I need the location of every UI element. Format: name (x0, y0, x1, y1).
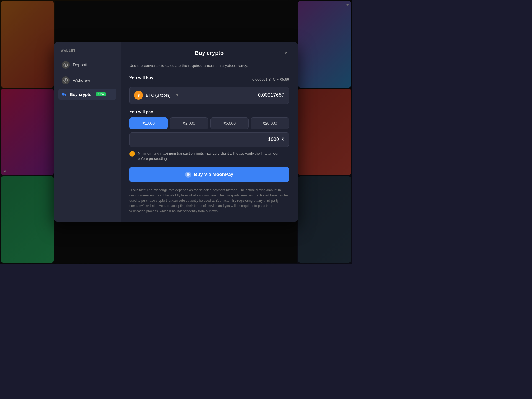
warning-text: Minimum and maximum transaction limits m… (138, 151, 289, 162)
sidebar-item-buy-crypto[interactable]: Buy crypto NEW (58, 89, 116, 100)
amount-btn-5000[interactable]: ₹5,000 (210, 117, 249, 129)
modal-subtitle: Use the converter to calculate the requi… (129, 63, 289, 69)
chevron-down-icon: ▼ (175, 93, 179, 97)
crypto-amount: 0.00017657 (183, 88, 289, 102)
buy-section-header: You will buy 0.000001 BTC ~ ₹5.66 (129, 75, 289, 83)
amount-btn-20000[interactable]: ₹20,000 (251, 117, 289, 129)
buy-crypto-label: Buy crypto (70, 92, 91, 97)
modal-header: Buy crypto × (129, 50, 289, 56)
close-button[interactable]: × (283, 49, 289, 57)
crypto-selector[interactable]: ₿ BTC (Bitcoin) ▼ 0.00017657 (129, 87, 289, 104)
new-badge: NEW (96, 92, 106, 96)
exchange-rate: 0.000001 BTC ~ ₹5.66 (252, 77, 289, 81)
buy-moonpay-button[interactable]: Buy Via MoonPay (129, 167, 289, 182)
pay-amount-wrapper: ₹ (129, 132, 289, 147)
pay-currency-symbol: ₹ (281, 137, 284, 143)
amount-btn-2000[interactable]: ₹2,000 (170, 117, 208, 129)
crypto-dropdown[interactable]: ₿ BTC (Bitcoin) ▼ (130, 87, 183, 104)
deposit-label: Deposit (73, 62, 87, 67)
warning-row: ! Minimum and maximum transaction limits… (129, 151, 289, 162)
disclaimer-text: Disclaimer: The exchange rate depends on… (129, 188, 289, 214)
wallet-sidebar: WALLET Deposit (54, 42, 121, 222)
buy-button-label: Buy Via MoonPay (194, 172, 233, 177)
wallet-modal: WALLET Deposit (54, 42, 298, 222)
moonpay-icon (185, 172, 191, 178)
modal-title: Buy crypto (195, 50, 224, 56)
deposit-icon (62, 61, 70, 69)
warning-icon: ! (129, 151, 135, 157)
buy-crypto-icon (62, 93, 66, 96)
sidebar-item-deposit[interactable]: Deposit (58, 58, 116, 72)
svg-point-2 (187, 173, 190, 176)
amount-presets: ₹1,000 ₹2,000 ₹5,000 ₹20,000 (129, 117, 289, 129)
you-will-buy-label: You will buy (129, 75, 153, 80)
crypto-name: BTC (Bitcoin) (146, 93, 170, 98)
sidebar-title: WALLET (58, 49, 116, 52)
amount-btn-1000[interactable]: ₹1,000 (129, 117, 168, 129)
you-will-pay-label: You will pay (129, 109, 289, 114)
withdraw-label: Withdraw (73, 78, 90, 83)
buy-crypto-panel: Buy crypto × Use the converter to calcul… (121, 42, 298, 222)
sidebar-item-withdraw[interactable]: Withdraw (58, 73, 116, 88)
btc-icon: ₿ (134, 91, 143, 100)
pay-amount-input[interactable] (134, 137, 279, 142)
withdraw-icon (62, 76, 70, 84)
modal-overlay: WALLET Deposit (0, 0, 352, 264)
